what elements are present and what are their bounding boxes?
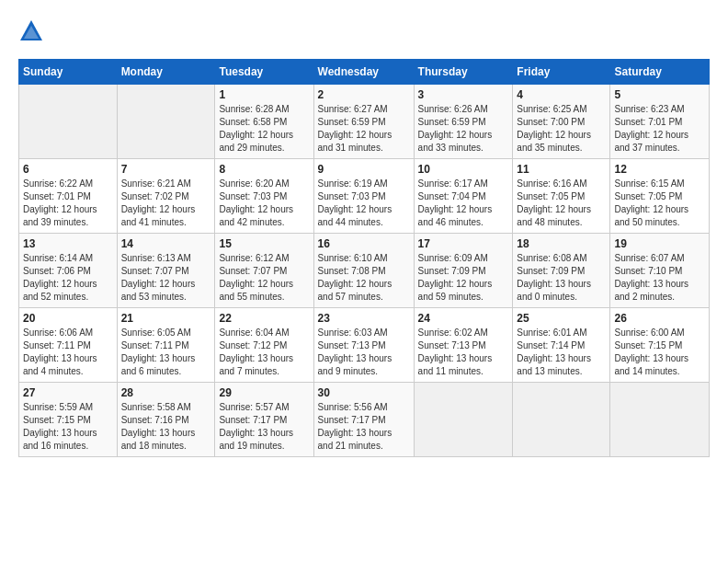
calendar-cell: 19Sunrise: 6:07 AM Sunset: 7:10 PM Dayli… — [610, 234, 710, 308]
calendar-cell: 27Sunrise: 5:59 AM Sunset: 7:15 PM Dayli… — [19, 383, 118, 457]
day-number: 5 — [614, 88, 705, 101]
header-day-thursday: Thursday — [414, 60, 513, 85]
day-number: 17 — [418, 237, 509, 250]
day-info: Sunrise: 6:07 AM Sunset: 7:10 PM Dayligh… — [614, 252, 705, 304]
calendar-cell: 3Sunrise: 6:26 AM Sunset: 6:59 PM Daylig… — [414, 85, 513, 159]
day-number: 15 — [219, 237, 309, 250]
calendar-cell — [117, 85, 215, 159]
calendar-cell: 2Sunrise: 6:27 AM Sunset: 6:59 PM Daylig… — [313, 85, 414, 159]
logo-icon — [18, 18, 44, 44]
day-number: 12 — [614, 163, 705, 176]
page-header — [18, 18, 710, 44]
calendar-body: 1Sunrise: 6:28 AM Sunset: 6:58 PM Daylig… — [19, 85, 710, 457]
calendar-cell: 12Sunrise: 6:15 AM Sunset: 7:05 PM Dayli… — [610, 159, 710, 234]
week-row-4: 20Sunrise: 6:06 AM Sunset: 7:11 PM Dayli… — [19, 308, 710, 383]
day-number: 26 — [614, 312, 705, 325]
day-info: Sunrise: 5:57 AM Sunset: 7:17 PM Dayligh… — [219, 401, 309, 453]
day-info: Sunrise: 6:23 AM Sunset: 7:01 PM Dayligh… — [614, 103, 705, 155]
day-number: 10 — [418, 163, 509, 176]
header-day-saturday: Saturday — [610, 60, 710, 85]
calendar-cell: 29Sunrise: 5:57 AM Sunset: 7:17 PM Dayli… — [215, 383, 313, 457]
day-info: Sunrise: 6:28 AM Sunset: 6:58 PM Dayligh… — [219, 103, 309, 155]
day-number: 4 — [517, 88, 606, 101]
calendar-cell — [610, 383, 710, 457]
calendar-cell: 22Sunrise: 6:04 AM Sunset: 7:12 PM Dayli… — [215, 308, 313, 383]
day-number: 11 — [517, 163, 606, 176]
day-info: Sunrise: 6:05 AM Sunset: 7:11 PM Dayligh… — [121, 327, 211, 378]
calendar-cell: 26Sunrise: 6:00 AM Sunset: 7:15 PM Dayli… — [610, 308, 710, 383]
day-number: 27 — [23, 386, 113, 399]
header-day-monday: Monday — [117, 60, 215, 85]
calendar-cell: 16Sunrise: 6:10 AM Sunset: 7:08 PM Dayli… — [313, 234, 414, 308]
calendar-cell: 7Sunrise: 6:21 AM Sunset: 7:02 PM Daylig… — [117, 159, 215, 234]
day-info: Sunrise: 6:12 AM Sunset: 7:07 PM Dayligh… — [219, 252, 309, 304]
day-number: 24 — [418, 312, 509, 325]
week-row-5: 27Sunrise: 5:59 AM Sunset: 7:15 PM Dayli… — [19, 383, 710, 457]
header-day-tuesday: Tuesday — [215, 60, 313, 85]
logo — [18, 18, 48, 44]
calendar-cell: 30Sunrise: 5:56 AM Sunset: 7:17 PM Dayli… — [313, 383, 414, 457]
day-info: Sunrise: 6:15 AM Sunset: 7:05 PM Dayligh… — [614, 178, 705, 229]
calendar-cell: 11Sunrise: 6:16 AM Sunset: 7:05 PM Dayli… — [513, 159, 610, 234]
calendar-cell: 4Sunrise: 6:25 AM Sunset: 7:00 PM Daylig… — [513, 85, 610, 159]
calendar-cell — [414, 383, 513, 457]
week-row-2: 6Sunrise: 6:22 AM Sunset: 7:01 PM Daylig… — [19, 159, 710, 234]
day-number: 13 — [23, 237, 113, 250]
day-number: 16 — [318, 237, 410, 250]
header-day-friday: Friday — [513, 60, 610, 85]
day-info: Sunrise: 6:00 AM Sunset: 7:15 PM Dayligh… — [614, 327, 705, 378]
day-number: 9 — [318, 163, 410, 176]
day-number: 2 — [318, 88, 410, 101]
day-number: 18 — [517, 237, 606, 250]
calendar-cell: 13Sunrise: 6:14 AM Sunset: 7:06 PM Dayli… — [19, 234, 118, 308]
calendar-cell: 25Sunrise: 6:01 AM Sunset: 7:14 PM Dayli… — [513, 308, 610, 383]
calendar-cell: 8Sunrise: 6:20 AM Sunset: 7:03 PM Daylig… — [215, 159, 313, 234]
day-info: Sunrise: 6:02 AM Sunset: 7:13 PM Dayligh… — [418, 327, 509, 378]
day-number: 25 — [517, 312, 606, 325]
day-info: Sunrise: 6:03 AM Sunset: 7:13 PM Dayligh… — [318, 327, 410, 378]
calendar-cell: 10Sunrise: 6:17 AM Sunset: 7:04 PM Dayli… — [414, 159, 513, 234]
header-day-wednesday: Wednesday — [313, 60, 414, 85]
header-row: SundayMondayTuesdayWednesdayThursdayFrid… — [19, 60, 710, 85]
calendar-cell: 17Sunrise: 6:09 AM Sunset: 7:09 PM Dayli… — [414, 234, 513, 308]
day-info: Sunrise: 6:16 AM Sunset: 7:05 PM Dayligh… — [517, 178, 606, 229]
day-info: Sunrise: 6:27 AM Sunset: 6:59 PM Dayligh… — [318, 103, 410, 155]
day-number: 22 — [219, 312, 309, 325]
day-info: Sunrise: 5:58 AM Sunset: 7:16 PM Dayligh… — [121, 401, 211, 453]
calendar-cell: 15Sunrise: 6:12 AM Sunset: 7:07 PM Dayli… — [215, 234, 313, 308]
day-info: Sunrise: 6:22 AM Sunset: 7:01 PM Dayligh… — [23, 178, 113, 229]
day-number: 3 — [418, 88, 509, 101]
day-info: Sunrise: 6:08 AM Sunset: 7:09 PM Dayligh… — [517, 252, 606, 304]
day-number: 23 — [318, 312, 410, 325]
day-number: 21 — [121, 312, 211, 325]
calendar-cell: 28Sunrise: 5:58 AM Sunset: 7:16 PM Dayli… — [117, 383, 215, 457]
calendar-cell: 14Sunrise: 6:13 AM Sunset: 7:07 PM Dayli… — [117, 234, 215, 308]
day-number: 30 — [318, 386, 410, 399]
day-info: Sunrise: 6:14 AM Sunset: 7:06 PM Dayligh… — [23, 252, 113, 304]
day-info: Sunrise: 6:13 AM Sunset: 7:07 PM Dayligh… — [121, 252, 211, 304]
day-number: 28 — [121, 386, 211, 399]
day-info: Sunrise: 6:10 AM Sunset: 7:08 PM Dayligh… — [318, 252, 410, 304]
day-number: 1 — [219, 88, 309, 101]
day-number: 29 — [219, 386, 309, 399]
day-info: Sunrise: 5:56 AM Sunset: 7:17 PM Dayligh… — [318, 401, 410, 453]
calendar-table: SundayMondayTuesdayWednesdayThursdayFrid… — [18, 59, 710, 457]
day-info: Sunrise: 6:25 AM Sunset: 7:00 PM Dayligh… — [517, 103, 606, 155]
calendar-cell: 6Sunrise: 6:22 AM Sunset: 7:01 PM Daylig… — [19, 159, 118, 234]
day-number: 20 — [23, 312, 113, 325]
day-number: 6 — [23, 163, 113, 176]
day-info: Sunrise: 6:04 AM Sunset: 7:12 PM Dayligh… — [219, 327, 309, 378]
day-number: 14 — [121, 237, 211, 250]
calendar-cell — [513, 383, 610, 457]
day-info: Sunrise: 6:21 AM Sunset: 7:02 PM Dayligh… — [121, 178, 211, 229]
calendar-cell: 5Sunrise: 6:23 AM Sunset: 7:01 PM Daylig… — [610, 85, 710, 159]
day-info: Sunrise: 6:17 AM Sunset: 7:04 PM Dayligh… — [418, 178, 509, 229]
week-row-3: 13Sunrise: 6:14 AM Sunset: 7:06 PM Dayli… — [19, 234, 710, 308]
header-day-sunday: Sunday — [19, 60, 118, 85]
calendar-cell: 18Sunrise: 6:08 AM Sunset: 7:09 PM Dayli… — [513, 234, 610, 308]
day-number: 19 — [614, 237, 705, 250]
calendar-cell: 23Sunrise: 6:03 AM Sunset: 7:13 PM Dayli… — [313, 308, 414, 383]
calendar-cell — [19, 85, 118, 159]
day-info: Sunrise: 6:01 AM Sunset: 7:14 PM Dayligh… — [517, 327, 606, 378]
day-info: Sunrise: 6:06 AM Sunset: 7:11 PM Dayligh… — [23, 327, 113, 378]
